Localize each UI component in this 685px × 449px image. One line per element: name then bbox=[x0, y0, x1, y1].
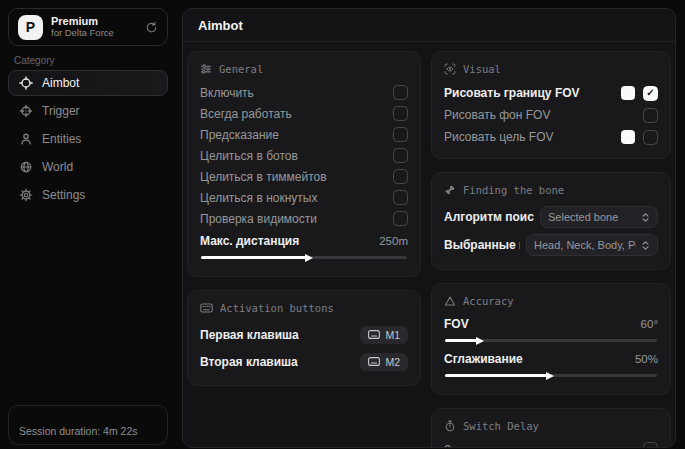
visual-label: Рисовать фон FOV bbox=[444, 108, 550, 122]
slider-value: 50% bbox=[635, 353, 658, 365]
toggle-label: Предсказание bbox=[200, 128, 279, 142]
timer-icon bbox=[444, 420, 456, 432]
chevrons-up-down-icon bbox=[641, 240, 650, 251]
bone-row: Выбранные кос Head, Neck, Body, Pe... bbox=[444, 231, 658, 259]
column-right: Visual Рисовать границу FOV Рисовать фон… bbox=[431, 51, 671, 448]
color-swatch[interactable] bbox=[621, 86, 635, 100]
triangle-icon bbox=[444, 295, 456, 307]
toggle-row: Проверка видимости bbox=[200, 208, 408, 229]
globe-icon bbox=[19, 160, 33, 174]
visual-card: Visual Рисовать границу FOV Рисовать фон… bbox=[431, 51, 671, 159]
brand-text: Premium for Delta Force bbox=[51, 15, 137, 39]
toggle-label: Целиться в нокнутых bbox=[200, 191, 317, 205]
fov-slider[interactable] bbox=[445, 339, 657, 342]
visual-row: Рисовать цель FOV bbox=[444, 126, 658, 148]
general-header: General bbox=[200, 61, 408, 76]
sidebar-nav: Aimbot Trigger Entities World Settings bbox=[8, 70, 168, 210]
refresh-icon[interactable] bbox=[145, 21, 158, 34]
checkbox[interactable] bbox=[393, 211, 408, 226]
section-title: Switch Delay bbox=[463, 420, 539, 432]
toggle-row: Всегда работать bbox=[200, 103, 408, 124]
toggle-label: Проверка видимости bbox=[200, 212, 317, 226]
checkbox[interactable] bbox=[393, 190, 408, 205]
visual-label: Рисовать цель FOV bbox=[444, 130, 554, 144]
session-duration-text: Session duration: 4m 22s bbox=[19, 425, 137, 437]
section-title: Accuracy bbox=[463, 295, 514, 307]
gear-icon bbox=[19, 188, 33, 202]
switch-delay-card: Switch Delay Задержка переключения Задер… bbox=[431, 408, 671, 448]
color-swatch[interactable] bbox=[621, 130, 635, 144]
sidebar-item-world[interactable]: World bbox=[8, 154, 168, 180]
sidebar-item-settings[interactable]: Settings bbox=[8, 182, 168, 208]
select-value: Head, Neck, Body, Pe... bbox=[534, 239, 636, 251]
brand-card: P Premium for Delta Force bbox=[8, 8, 168, 46]
sidebar-item-label: Trigger bbox=[42, 104, 80, 118]
checkbox[interactable] bbox=[393, 148, 408, 163]
general-card: General Включить Всегда работать Предска… bbox=[187, 51, 421, 277]
content: General Включить Всегда работать Предска… bbox=[183, 42, 675, 448]
sidebar-item-label: World bbox=[42, 160, 73, 174]
section-title: Visual bbox=[463, 63, 501, 75]
chevrons-up-down-icon bbox=[641, 212, 650, 223]
keyboard-icon bbox=[200, 302, 213, 314]
smoothing-slider[interactable] bbox=[445, 374, 657, 377]
sidebar-item-trigger[interactable]: Trigger bbox=[8, 98, 168, 124]
brand-subtitle: for Delta Force bbox=[51, 28, 137, 39]
slider-label: Сглаживание bbox=[444, 352, 523, 366]
toggle-label: Всегда работать bbox=[200, 107, 292, 121]
trigger-icon bbox=[19, 104, 33, 118]
sidebar-item-label: Entities bbox=[42, 132, 81, 146]
keybind-button[interactable]: M1 bbox=[360, 326, 408, 344]
keybind-row: Вторая клавиша M2 bbox=[200, 348, 408, 375]
checkbox[interactable] bbox=[393, 85, 408, 100]
column-left: General Включить Всегда работать Предска… bbox=[187, 51, 421, 399]
sidebar-item-entities[interactable]: Entities bbox=[8, 126, 168, 152]
section-title: Finding the bone bbox=[463, 184, 564, 196]
sidebar-item-label: Settings bbox=[42, 188, 85, 202]
page-title: Aimbot bbox=[198, 18, 243, 33]
crosshair-icon bbox=[19, 76, 33, 90]
bone-header: Finding the bone bbox=[444, 182, 658, 197]
visual-row: Рисовать фон FOV bbox=[444, 104, 658, 126]
checkbox[interactable] bbox=[393, 106, 408, 121]
selected-bones-select[interactable]: Head, Neck, Body, Pe... bbox=[526, 234, 658, 256]
toggle-row: Целиться в нокнутых bbox=[200, 187, 408, 208]
entities-icon bbox=[19, 132, 33, 146]
keybind-label: Вторая клавиша bbox=[200, 355, 298, 369]
visual-header: Visual bbox=[444, 61, 658, 76]
checkbox[interactable] bbox=[643, 108, 658, 123]
toggle-label: Задержка переключения bbox=[444, 443, 582, 449]
select-value: Selected bone bbox=[548, 211, 618, 223]
accuracy-header: Accuracy bbox=[444, 293, 658, 308]
sidebar-item-aimbot[interactable]: Aimbot bbox=[8, 70, 168, 96]
bone-row: Алгоритм поиска кост Selected bone bbox=[444, 203, 658, 231]
checkbox[interactable] bbox=[643, 442, 658, 448]
slider-label-row: Сглаживание 50% bbox=[444, 349, 658, 369]
section-title: Activation buttons bbox=[220, 302, 334, 314]
main-header: Aimbot bbox=[183, 9, 675, 42]
slider-thumb[interactable] bbox=[476, 337, 484, 345]
checkbox[interactable] bbox=[643, 86, 658, 101]
toggle-row: Предсказание bbox=[200, 124, 408, 145]
checkbox[interactable] bbox=[393, 127, 408, 142]
bone-label: Алгоритм поиска кост bbox=[444, 210, 534, 224]
brand-title: Premium bbox=[51, 15, 137, 28]
activation-card: Activation buttons Первая клавиша M1 Вто… bbox=[187, 290, 421, 386]
checkbox[interactable] bbox=[393, 169, 408, 184]
toggle-label: Включить bbox=[200, 86, 254, 100]
sliders-icon bbox=[200, 63, 212, 75]
activation-header: Activation buttons bbox=[200, 300, 408, 315]
toggle-row: Задержка переключения bbox=[444, 439, 658, 448]
bone-algorithm-select[interactable]: Selected bone bbox=[540, 206, 658, 228]
sidebar-item-label: Aimbot bbox=[42, 76, 79, 90]
key-value: M1 bbox=[385, 329, 400, 341]
toggle-row: Целиться в ботов bbox=[200, 145, 408, 166]
key-value: M2 bbox=[385, 356, 400, 368]
max-distance-slider[interactable] bbox=[201, 256, 407, 259]
slider-thumb[interactable] bbox=[305, 254, 313, 262]
switch-delay-header: Switch Delay bbox=[444, 418, 658, 433]
keybind-button[interactable]: M2 bbox=[360, 353, 408, 371]
slider-thumb[interactable] bbox=[546, 372, 554, 380]
toggle-label: Целиться в тиммейтов bbox=[200, 170, 327, 184]
checkbox[interactable] bbox=[643, 130, 658, 145]
